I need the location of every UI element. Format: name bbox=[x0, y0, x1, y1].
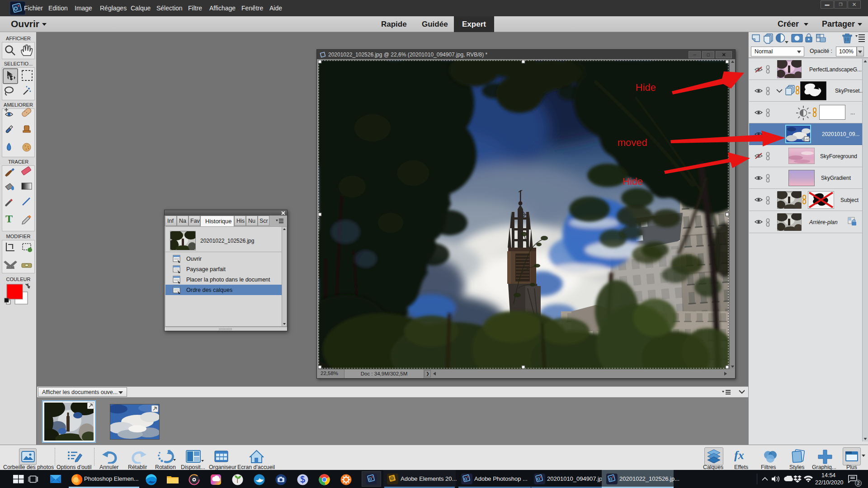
svg-text:moved: moved bbox=[618, 137, 647, 148]
svg-text:Hide: Hide bbox=[623, 176, 643, 187]
svg-text:Hide: Hide bbox=[636, 82, 656, 93]
